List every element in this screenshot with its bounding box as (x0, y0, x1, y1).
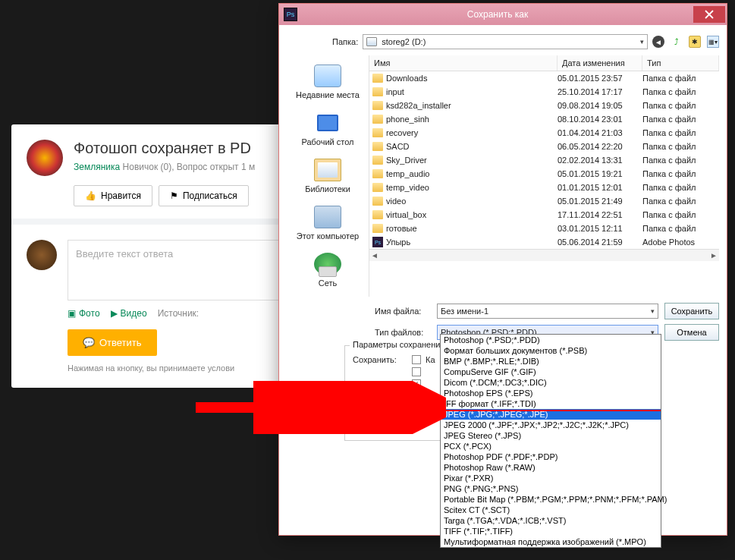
post-meta: Земляника Новичок (0), Вопрос открыт 1 м (74, 162, 255, 172)
filetype-option[interactable]: Scitex CT (*.SCT) (441, 505, 661, 515)
filetype-option[interactable]: JPEG Stereo (*.JPS) (441, 430, 661, 441)
subscribe-button[interactable]: ⚑Подписаться (159, 185, 249, 206)
folder-icon (372, 197, 383, 206)
list-item[interactable]: virtual_box17.11.2014 22:51Папка с файл (369, 208, 719, 222)
scroll-right-icon: ► (710, 251, 718, 260)
chevron-down-icon: ▾ (640, 38, 644, 46)
list-item[interactable]: PsУпырь05.06.2014 21:59Adobe Photos (369, 235, 719, 249)
filetype-option[interactable]: Photoshop EPS (*.EPS) (441, 388, 661, 398)
author-link[interactable]: Земляника (74, 162, 120, 172)
filetype-option[interactable]: TIFF (*.TIF;*.TIFF) (441, 526, 661, 536)
folder-select[interactable]: storeg2 (D:) ▾ (363, 34, 648, 49)
filetype-dropdown-list[interactable]: Photoshop (*.PSD;*.PDD)Формат больших до… (440, 334, 661, 548)
filetype-option[interactable]: Формат больших документов (*.PSB) (441, 345, 661, 356)
filetype-option[interactable]: JPEG 2000 (*.JPF;*.JPX;*.JP2;*.J2C;*.J2K… (441, 420, 661, 430)
chevron-down-icon: ▾ (651, 307, 655, 315)
back-icon[interactable]: ◄ (652, 36, 664, 48)
h-scrollbar[interactable]: ◄► (369, 249, 719, 261)
filetype-option[interactable]: Мультиформатная поддержка изображений (*… (441, 536, 661, 547)
options-title: Параметры сохранения (350, 340, 448, 349)
checkbox-copy[interactable] (412, 355, 421, 364)
place-this-pc[interactable]: Этот компьютер (287, 200, 369, 247)
answer-avatar[interactable] (27, 240, 57, 270)
list-item[interactable]: Downloads05.01.2015 23:57Папка с файл (369, 71, 719, 85)
folder-icon (372, 87, 383, 96)
list-item[interactable]: video05.01.2015 21:49Папка с файл (369, 194, 719, 208)
checkbox-3[interactable] (412, 379, 421, 389)
photoshop-icon: Ps (284, 8, 297, 21)
filetype-option[interactable]: Dicom (*.DCM;*.DC3;*.DIC) (441, 377, 661, 388)
add-video-link[interactable]: ▶Видео (111, 308, 147, 319)
place-network[interactable]: Сеть (287, 247, 369, 294)
filetype-option[interactable]: PNG (*.PNG;*.PNS) (441, 483, 661, 494)
list-item[interactable]: temp_audio05.01.2015 19:21Папка с файл (369, 167, 719, 181)
checkbox-thumb[interactable] (353, 422, 362, 431)
like-button[interactable]: 👍Нравится (74, 185, 152, 206)
filetype-option[interactable]: Targa (*.TGA;*.VDA;*.ICB;*.VST) (441, 515, 661, 526)
filetype-option[interactable]: Photoshop PDF (*.PDF;*.PDP) (441, 451, 661, 462)
up-icon[interactable]: ⤴ (671, 36, 683, 48)
filetype-option[interactable]: IFF формат (*.IFF;*.TDI) (441, 398, 661, 409)
play-icon: ▶ (111, 308, 118, 319)
drive-icon (366, 37, 377, 46)
list-item[interactable]: SACD06.05.2014 22:20Папка с файл (369, 140, 719, 153)
col-header-type[interactable]: Тип (642, 55, 719, 71)
list-item[interactable]: temp_video01.01.2015 12:01Папка с файл (369, 181, 719, 194)
source-label: Источник: (158, 308, 199, 319)
opt-save-label: Сохранить: (353, 355, 407, 364)
list-item[interactable]: input25.10.2014 17:17Папка с файл (369, 85, 719, 99)
psd-icon: Ps (372, 237, 383, 247)
place-recent[interactable]: Недавние места (287, 58, 369, 105)
filename-label: Имя файла: (375, 307, 431, 316)
folder-icon (372, 101, 383, 110)
avatar[interactable] (27, 140, 63, 176)
folder-icon (372, 142, 383, 151)
cancel-button[interactable]: Отмена (664, 324, 719, 341)
folder-label: Папка: (332, 37, 358, 46)
checkbox-icc[interactable] (412, 404, 421, 413)
list-item[interactable]: Sky_Driver02.02.2014 13:31Папка с файл (369, 153, 719, 167)
col-header-name[interactable]: Имя (369, 55, 558, 71)
filetype-option[interactable]: CompuServe GIF (*.GIF) (441, 367, 661, 377)
filetype-option[interactable]: Portable Bit Map (*.PBM;*.PGM;*.PPM;*.PN… (441, 494, 661, 505)
filetype-option[interactable]: Pixar (*.PXR) (441, 473, 661, 483)
checkbox-2[interactable] (412, 367, 421, 376)
list-item[interactable]: готовые03.01.2015 12:11Папка с файл (369, 222, 719, 235)
titlebar[interactable]: Ps Сохранить как (279, 4, 727, 25)
save-button[interactable]: Сохранить (664, 303, 719, 319)
file-list: Имя Дата изменения Тип Downloads05.01.20… (369, 55, 719, 297)
scroll-left-icon: ◄ (371, 251, 378, 260)
col-header-date[interactable]: Дата изменения (558, 55, 642, 71)
add-photo-link[interactable]: ▣Фото (68, 308, 100, 319)
thumb-icon: 👍 (85, 190, 96, 201)
close-button[interactable] (693, 6, 725, 23)
list-item[interactable]: phone_sinh08.10.2014 23:01Папка с файл (369, 112, 719, 126)
dialog-title: Сохранить как (302, 9, 693, 20)
annotation-underline (342, 410, 661, 411)
list-item[interactable]: ksd282a_installer09.08.2014 19:05Папка с… (369, 99, 719, 112)
views-icon[interactable]: ▦▾ (707, 36, 719, 48)
opt-color-label: Цвет (353, 392, 407, 401)
folder-icon (372, 156, 383, 165)
filename-input[interactable]: Без имени-1▾ (437, 304, 658, 319)
filetype-label: Тип файлов: (375, 328, 431, 337)
folder-icon (372, 115, 383, 124)
filetype-option[interactable]: Photoshop Raw (*.RAW) (441, 462, 661, 473)
place-desktop[interactable]: Рабочий стол (287, 105, 369, 153)
filetype-option[interactable]: BMP (*.BMP;*.RLE;*.DIB) (441, 356, 661, 367)
place-libraries[interactable]: Библиотеки (287, 153, 369, 200)
list-item[interactable]: recovery01.04.2014 21:03Папка с файл (369, 126, 719, 140)
folder-icon (372, 183, 383, 192)
folder-icon (372, 128, 383, 137)
folder-icon (372, 74, 383, 83)
folder-icon (372, 169, 383, 178)
folder-icon (372, 210, 383, 219)
filetype-option[interactable]: Photoshop (*.PSD;*.PDD) (441, 335, 661, 345)
places-sidebar: Недавние места Рабочий стол Библиотеки Э… (287, 55, 369, 297)
new-folder-icon[interactable]: ✱ (689, 36, 701, 48)
filetype-option[interactable]: PCX (*.PCX) (441, 441, 661, 451)
answer-button[interactable]: 💬Ответить (68, 329, 157, 356)
post-title: Фотошоп сохраняет в PD (74, 140, 255, 157)
camera-icon: ▣ (68, 308, 76, 319)
speech-icon: 💬 (83, 337, 95, 348)
